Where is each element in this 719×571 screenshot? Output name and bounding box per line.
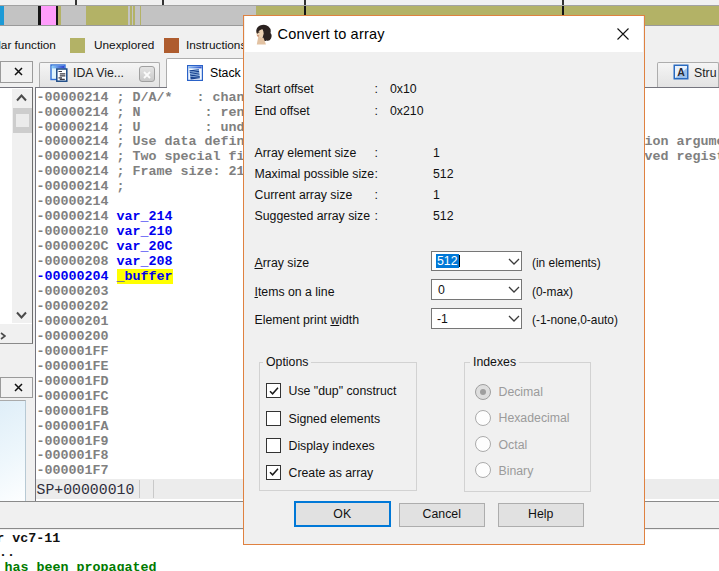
svg-text:A: A	[677, 66, 685, 78]
